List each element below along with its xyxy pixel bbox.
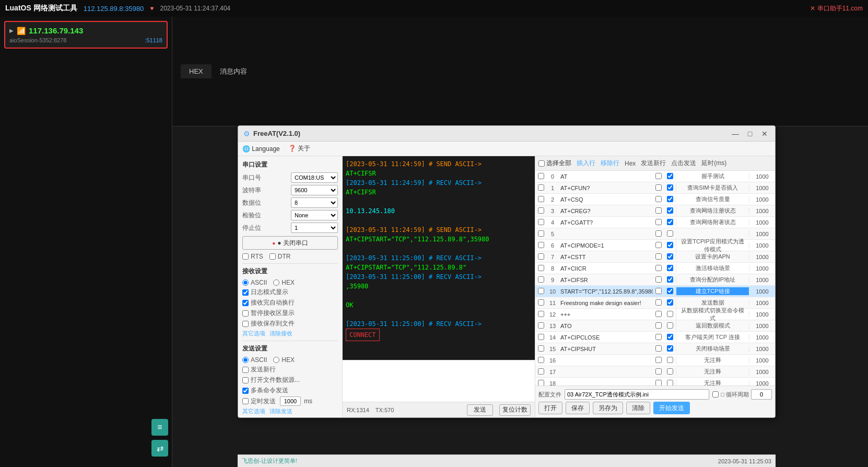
at-row-hex-check[interactable] xyxy=(655,345,662,352)
menu-about[interactable]: ❓ 关于 xyxy=(288,144,310,153)
save-as-config-button[interactable]: 另存为 xyxy=(593,402,623,414)
insert-row-button[interactable]: 插入行 xyxy=(577,159,595,168)
start-send-button[interactable]: 开始发送 xyxy=(653,402,690,414)
at-row-hex-check[interactable] xyxy=(655,207,662,214)
at-row-hex-check[interactable] xyxy=(655,184,662,191)
send-input[interactable] xyxy=(343,360,535,402)
baud-select[interactable]: 9600 xyxy=(291,185,338,195)
at-row-checkbox[interactable] xyxy=(538,299,544,306)
at-row-nl-check[interactable] xyxy=(667,184,673,191)
at-row-hex-check[interactable] xyxy=(655,265,662,271)
at-row-nl-check[interactable] xyxy=(667,368,673,375)
serial-helper-link[interactable]: ✕ 串口助手11.com xyxy=(810,4,863,13)
at-row-checkbox[interactable] xyxy=(538,380,544,386)
reset-count-button[interactable]: 复位计数 xyxy=(499,404,531,416)
at-row-nl-check[interactable] xyxy=(667,311,673,317)
cycle-value-input[interactable] xyxy=(751,389,772,400)
auto-wrap-checkbox[interactable] xyxy=(242,300,249,306)
close-port-button[interactable]: ● ● 关闭串口 xyxy=(242,236,338,250)
at-row-nl-check[interactable] xyxy=(667,288,673,294)
send-newline-checkbox[interactable] xyxy=(242,367,249,373)
at-row-checkbox[interactable] xyxy=(538,322,544,329)
at-row-hex-check[interactable] xyxy=(655,230,662,237)
at-row-nl-check[interactable] xyxy=(667,207,673,214)
at-row-hex-check[interactable] xyxy=(655,242,662,248)
at-row-checkbox[interactable] xyxy=(538,265,544,271)
delete-row-button[interactable]: 移除行 xyxy=(601,159,619,168)
at-row-hex-check[interactable] xyxy=(655,334,662,340)
at-row-checkbox[interactable] xyxy=(538,242,544,248)
select-all-button[interactable]: 选择全部 xyxy=(538,159,571,168)
at-row-hex-check[interactable] xyxy=(655,253,662,260)
at-row-hex-check[interactable] xyxy=(655,299,662,306)
at-row-nl-check[interactable] xyxy=(667,299,673,306)
at-row-nl-check[interactable] xyxy=(667,265,673,271)
at-row-checkbox[interactable] xyxy=(538,230,544,237)
close-button[interactable]: ✕ xyxy=(759,129,770,139)
config-file-input[interactable] xyxy=(565,389,709,400)
at-row-nl-check[interactable] xyxy=(667,357,673,363)
save-config-button[interactable]: 保存 xyxy=(566,402,590,414)
at-row-nl-check[interactable] xyxy=(667,380,673,386)
at-row-nl-check[interactable] xyxy=(667,173,673,179)
timed-interval-input[interactable] xyxy=(280,396,301,406)
open-config-button[interactable]: 打开 xyxy=(538,402,562,414)
open-file-checkbox[interactable] xyxy=(242,377,249,383)
at-row-hex-check[interactable] xyxy=(655,196,662,202)
clear-config-button[interactable]: 清除 xyxy=(626,402,650,414)
at-row-hex-check[interactable] xyxy=(655,311,662,317)
at-row-nl-check[interactable] xyxy=(667,242,673,248)
send-hex-radio[interactable] xyxy=(273,357,279,363)
at-row-hex-check[interactable] xyxy=(655,288,662,294)
swap-icon-button[interactable]: ⇄ xyxy=(151,440,168,457)
at-row-nl-check[interactable] xyxy=(667,230,673,237)
at-row-checkbox[interactable] xyxy=(538,207,544,214)
at-row-checkbox[interactable] xyxy=(538,368,544,375)
send-ascii-radio[interactable] xyxy=(242,357,249,363)
at-row-nl-check[interactable] xyxy=(667,345,673,352)
at-row-nl-check[interactable] xyxy=(667,322,673,329)
at-row-checkbox[interactable] xyxy=(538,173,544,179)
menu-language[interactable]: 🌐 Language xyxy=(242,145,280,153)
dtr-checkbox[interactable] xyxy=(269,253,276,260)
at-row-hex-check[interactable] xyxy=(655,173,662,179)
recv-hex-radio[interactable] xyxy=(273,279,279,286)
save-file-checkbox[interactable] xyxy=(242,321,249,327)
clear-recv-link[interactable]: 清除接收 xyxy=(269,330,292,337)
data-bits-select[interactable]: 8 xyxy=(291,197,338,208)
at-row-checkbox[interactable] xyxy=(538,276,544,283)
select-all-checkbox[interactable] xyxy=(538,160,545,167)
at-row-checkbox[interactable] xyxy=(538,184,544,191)
at-row-nl-check[interactable] xyxy=(667,219,673,225)
at-row-hex-check[interactable] xyxy=(655,380,662,386)
send-button[interactable]: 发送 xyxy=(467,404,493,416)
pause-recv-checkbox[interactable] xyxy=(242,310,249,317)
rts-checkbox[interactable] xyxy=(242,253,249,260)
at-row-checkbox[interactable] xyxy=(538,311,544,317)
at-row-hex-check[interactable] xyxy=(655,357,662,363)
log-mode-checkbox[interactable] xyxy=(242,289,249,296)
list-icon-button[interactable]: ≡ xyxy=(151,419,168,436)
maximize-button[interactable]: □ xyxy=(745,129,755,139)
at-row-nl-check[interactable] xyxy=(667,196,673,202)
at-row-checkbox[interactable] xyxy=(538,357,544,363)
parity-select[interactable]: None xyxy=(291,210,338,220)
at-row-nl-check[interactable] xyxy=(667,276,673,283)
clear-send-link[interactable]: 清除发送 xyxy=(269,407,292,415)
port-select[interactable]: COM18:US xyxy=(291,172,338,183)
at-row-checkbox[interactable] xyxy=(538,334,544,340)
recv-more-options-link[interactable]: 其它选项 xyxy=(242,330,265,337)
at-row-checkbox[interactable] xyxy=(538,288,544,294)
stop-bits-select[interactable]: 1 xyxy=(291,223,338,233)
minimize-button[interactable]: — xyxy=(730,129,741,139)
at-row-nl-check[interactable] xyxy=(667,334,673,340)
terminal-output[interactable]: [2023-05-31 11:24:59] # SEND ASCII-> AT+… xyxy=(343,156,535,360)
tab-hex[interactable]: HEX xyxy=(181,64,212,78)
multi-cmd-checkbox[interactable] xyxy=(242,388,249,394)
tab-message[interactable]: 消息内容 xyxy=(212,64,255,79)
at-row-hex-check[interactable] xyxy=(655,322,662,329)
at-row-checkbox[interactable] xyxy=(538,345,544,352)
at-row-checkbox[interactable] xyxy=(538,253,544,260)
device-item[interactable]: ▶ 📶 117.136.79.143 aioSession-5352:8278 … xyxy=(4,21,168,49)
recv-ascii-radio[interactable] xyxy=(242,279,249,286)
